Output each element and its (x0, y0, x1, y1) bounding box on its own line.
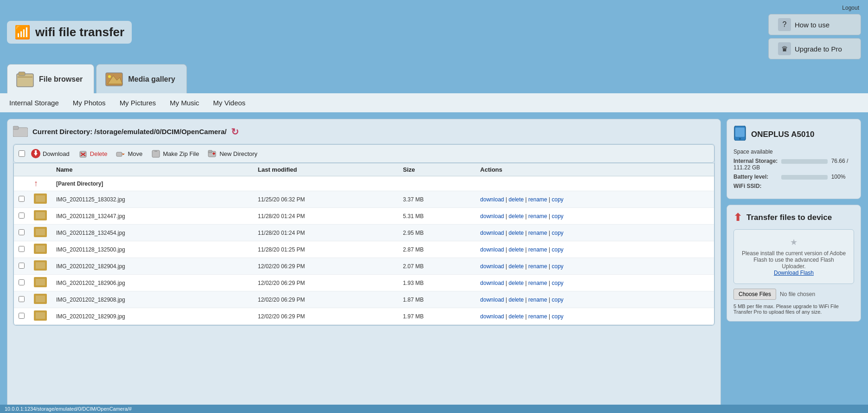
file-name[interactable]: IMG_20201128_132454.jpg (51, 225, 253, 241)
device-header: ONEPLUS A5010 (733, 126, 854, 143)
choose-files-button[interactable]: Choose Files (733, 289, 776, 300)
row-checkbox[interactable] (19, 213, 25, 219)
file-modified: 11/28/20 01:25 PM (253, 241, 399, 258)
file-rename-link[interactable]: rename (528, 313, 547, 320)
tab-media-gallery[interactable]: Media gallery (96, 64, 186, 93)
nav-internal-storage[interactable]: Internal Storage (9, 97, 59, 109)
file-copy-link[interactable]: copy (552, 196, 563, 203)
nav-my-pictures[interactable]: My Pictures (120, 97, 156, 109)
file-download-link[interactable]: download (480, 230, 504, 236)
file-name[interactable]: IMG_20201128_132447.jpg (51, 208, 253, 225)
table-row: IMG_20201202_182904.jpg 12/02/20 06:29 P… (14, 258, 714, 275)
file-delete-link[interactable]: delete (508, 213, 524, 219)
file-copy-link[interactable]: copy (552, 313, 563, 320)
file-modified: 12/02/20 06:29 PM (253, 275, 399, 291)
make-zip-button[interactable]: Make Zip File (148, 148, 202, 160)
file-name[interactable]: IMG_20201128_132500.jpg (51, 241, 253, 258)
file-name[interactable]: IMG_20201202_182904.jpg (51, 258, 253, 275)
upload-note: 5 MB per file max. Please upgrade to WiF… (733, 303, 854, 315)
file-copy-link[interactable]: copy (552, 297, 563, 303)
new-directory-button[interactable]: New Directory (205, 148, 260, 160)
refresh-icon[interactable]: ↻ (231, 126, 239, 137)
file-modified: 12/02/20 06:29 PM (253, 308, 399, 325)
file-rename-link[interactable]: rename (528, 263, 547, 270)
file-rename-link[interactable]: rename (528, 297, 547, 303)
battery-row: Battery level: 100% (733, 174, 854, 180)
wifi-icon: 📶 (14, 25, 31, 40)
file-download-link[interactable]: download (480, 313, 504, 320)
file-name[interactable]: IMG_20201202_182909.jpg (51, 308, 253, 325)
file-modified: 11/28/20 01:24 PM (253, 225, 399, 241)
file-rename-link[interactable]: rename (528, 230, 547, 236)
up-arrow-icon: ↑ (34, 179, 38, 188)
file-download-link[interactable]: download (480, 263, 504, 270)
nav-bar: Internal Storage My Photos My Pictures M… (0, 93, 868, 113)
file-download-link[interactable]: download (480, 213, 504, 219)
file-delete-link[interactable]: delete (508, 246, 524, 253)
file-copy-link[interactable]: copy (552, 280, 563, 286)
row-checkbox[interactable] (19, 196, 25, 202)
file-thumbnail (34, 194, 47, 204)
row-checkbox[interactable] (19, 279, 25, 285)
storage-progress-bar (781, 159, 828, 164)
media-gallery-tab-label: Media gallery (128, 75, 175, 84)
col-modified: Last modified (253, 163, 399, 176)
nav-my-photos[interactable]: My Photos (73, 97, 106, 109)
file-download-link[interactable]: download (480, 196, 504, 203)
wifi-ssid-label: WiFi SSID: (733, 183, 780, 189)
nav-my-music[interactable]: My Music (170, 97, 199, 109)
svg-rect-23 (36, 195, 45, 202)
row-checkbox[interactable] (19, 263, 25, 269)
file-copy-link[interactable]: copy (552, 263, 563, 270)
file-rename-link[interactable]: rename (528, 280, 547, 286)
table-row: IMG_20201202_182909.jpg 12/02/20 06:29 P… (14, 308, 714, 325)
file-download-link[interactable]: download (480, 297, 504, 303)
table-row: IMG_20201202_182906.jpg 12/02/20 06:29 P… (14, 275, 714, 291)
file-copy-link[interactable]: copy (552, 230, 563, 236)
file-copy-link[interactable]: copy (552, 213, 563, 219)
how-to-use-button[interactable]: ? How to use (768, 14, 861, 35)
file-delete-link[interactable]: delete (508, 230, 524, 236)
file-modified: 12/02/20 06:29 PM (253, 258, 399, 275)
col-actions: Actions (476, 163, 714, 176)
nav-my-videos[interactable]: My Videos (213, 97, 245, 109)
select-all-checkbox[interactable] (19, 150, 25, 157)
download-button[interactable]: Download (28, 148, 72, 160)
file-delete-link[interactable]: delete (508, 313, 524, 320)
file-thumbnail (34, 277, 47, 287)
app-title: wifi file transfer (35, 25, 124, 39)
file-download-link[interactable]: download (480, 280, 504, 286)
file-delete-link[interactable]: delete (508, 196, 524, 203)
tab-file-browser[interactable]: File browser (7, 64, 94, 93)
file-rename-link[interactable]: rename (528, 213, 547, 219)
file-toolbar: Download Delete Move (13, 144, 714, 163)
file-download-link[interactable]: download (480, 246, 504, 253)
file-delete-link[interactable]: delete (508, 263, 524, 270)
file-rename-link[interactable]: rename (528, 246, 547, 253)
table-row: IMG_20201128_132447.jpg 11/28/20 01:24 P… (14, 208, 714, 225)
transfer-header: ⬆ Transfer files to device (733, 212, 854, 224)
move-button[interactable]: Move (113, 148, 145, 160)
svg-rect-39 (735, 128, 745, 137)
row-checkbox[interactable] (19, 313, 25, 319)
row-checkbox[interactable] (19, 229, 25, 235)
file-modified: 12/02/20 06:29 PM (253, 291, 399, 308)
current-dir-path: Current Directory: /storage/emulated/0/D… (32, 128, 226, 136)
file-name[interactable]: IMG_20201125_183032.jpg (51, 191, 253, 208)
parent-dir-label[interactable]: [Parent Directory] (51, 176, 714, 191)
file-actions: download | delete | rename | copy (476, 208, 714, 225)
file-name[interactable]: IMG_20201202_182906.jpg (51, 275, 253, 291)
svg-rect-7 (13, 126, 19, 129)
file-copy-link[interactable]: copy (552, 246, 563, 253)
row-checkbox[interactable] (19, 296, 25, 302)
download-flash-link[interactable]: Download Flash (774, 270, 814, 276)
file-delete-link[interactable]: delete (508, 280, 524, 286)
file-rename-link[interactable]: rename (528, 196, 547, 203)
file-delete-link[interactable]: delete (508, 297, 524, 303)
row-checkbox[interactable] (19, 246, 25, 252)
delete-button[interactable]: Delete (75, 148, 110, 160)
folder-icon (13, 125, 28, 138)
logout-link[interactable]: Logout (842, 5, 859, 11)
file-name[interactable]: IMG_20201202_182908.jpg (51, 291, 253, 308)
upgrade-button[interactable]: ♛ Upgrade to Pro (768, 38, 861, 59)
